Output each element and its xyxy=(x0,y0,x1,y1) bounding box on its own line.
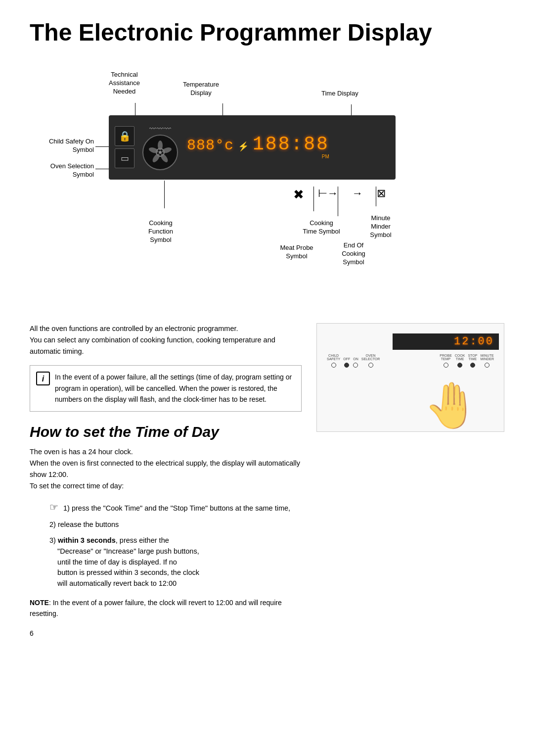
step1-num: 1) xyxy=(63,504,72,512)
section-intro: The oven is has a 24 hour clock. When th… xyxy=(30,446,302,492)
mini-time-display: 12:00 xyxy=(393,333,499,350)
child-safety-icon: 🔒 xyxy=(115,126,134,146)
left-btn-group: CHILDSAFETY OFF ON xyxy=(327,354,380,368)
time-display: 188:88 xyxy=(253,135,329,154)
page-title: The Electronic Programmer Display xyxy=(30,20,504,46)
step1-text: press the "Cook Time" and the "Stop Time… xyxy=(72,504,290,512)
cooking-function-symbol: ✖ xyxy=(293,187,304,202)
bottom-symbols-row: ✖ ⊢→ → ⊠ xyxy=(109,187,396,202)
cooking-time-symbol: ⊢→ xyxy=(318,187,338,202)
note-bold: NOTE xyxy=(30,599,49,607)
note-text: NOTE: In the event of a power failure, t… xyxy=(30,597,302,619)
probe-dots xyxy=(444,363,448,368)
child-safety-btn: CHILDSAFETY xyxy=(327,354,340,368)
label-technical-assistance: TechnicalAssistanceNeeded xyxy=(109,71,140,96)
label-child-safety: Child Safety OnSymbol xyxy=(44,138,94,154)
display-panel: 🔒 ▭ 〰〰〰 xyxy=(109,115,396,180)
info-box: i In the event of a power failure, all t… xyxy=(30,365,302,411)
fan-icon xyxy=(142,135,178,170)
oven-selector-btn: OVENSELECTOR xyxy=(361,354,380,368)
page-number: 6 xyxy=(30,629,302,637)
fan-display: 〰〰〰 xyxy=(140,125,180,170)
label-minute-minder: MinuteMinderSymbol xyxy=(356,214,405,239)
minder-dots xyxy=(485,363,490,368)
mini-buttons-row: CHILDSAFETY OFF ON xyxy=(322,354,499,368)
step2-num: 2) xyxy=(49,520,58,528)
label-meat-probe: Meat ProbeSymbol xyxy=(272,244,321,261)
child-dots xyxy=(331,363,336,368)
step1-icon: ☞ xyxy=(49,500,58,515)
label-end-of-cooking: End OfCookingSymbol xyxy=(326,241,381,267)
off-btn: OFF xyxy=(343,357,350,368)
step-1: ☞ 1) press the "Cook Time" and the "Stop… xyxy=(49,500,302,515)
section-title: How to set the Time of Day xyxy=(30,424,302,440)
cook-time-btn: COOKTIME xyxy=(455,354,465,368)
panel-left-column: 🔒 ▭ xyxy=(115,126,136,168)
step-2: 2) release the buttons xyxy=(49,520,302,530)
label-temperature-display: TemperatureDisplay xyxy=(183,81,219,97)
right-btn-group: PROBETEMP COOKTIME STOPTIME xyxy=(440,354,494,368)
hand-illustration: 🤚 xyxy=(424,379,479,431)
svg-point-6 xyxy=(148,146,159,154)
pm-label: PM xyxy=(322,154,329,159)
panel-display-numbers: 888°c ⚡ 188:88 PM xyxy=(184,135,390,159)
main-text: All the oven functions are controlled by… xyxy=(30,323,302,637)
step3-num: 3) xyxy=(49,536,58,544)
mini-control-panel: 12:00 CHILDSAFETY OFF xyxy=(322,333,499,368)
prose-para1: All the oven functions are controlled by… xyxy=(30,323,302,358)
step-3: 3) within 3 seconds, press either the "D… xyxy=(49,535,302,589)
fan-svg xyxy=(147,140,173,165)
step3-bold: within 3 seconds xyxy=(58,536,116,544)
diagram-area: TechnicalAssistanceNeeded TemperatureDis… xyxy=(30,66,504,303)
minute-minder-symbol: ⊠ xyxy=(377,187,386,202)
step2-text: release the buttons xyxy=(58,520,119,528)
temp-display: 888°c xyxy=(187,138,234,153)
minute-minder-btn: MINUTEMINDER xyxy=(480,354,494,368)
info-icon: i xyxy=(36,372,50,385)
on-btn: ON xyxy=(353,357,358,368)
label-cooking-function: CookingFunctionSymbol xyxy=(136,219,185,244)
label-oven-selection: Oven SelectionSymbol xyxy=(44,162,94,179)
content-area: All the oven functions are controlled by… xyxy=(30,323,504,637)
svg-point-1 xyxy=(159,151,162,154)
oven-illustration: 12:00 CHILDSAFETY OFF xyxy=(316,323,504,432)
svg-point-2 xyxy=(158,141,163,150)
end-cooking-symbol: → xyxy=(352,187,363,202)
off-dots xyxy=(344,363,349,368)
selector-dots xyxy=(368,363,373,368)
label-cooking-time: CookingTime Symbol xyxy=(297,219,346,236)
cook-dots xyxy=(457,363,462,368)
label-time-display: Time Display xyxy=(321,90,358,98)
oven-selection-icon: ▭ xyxy=(115,148,134,168)
probe-icon: ⚡ xyxy=(238,141,249,152)
stop-dots xyxy=(470,363,475,368)
svg-point-3 xyxy=(161,146,172,154)
on-dots xyxy=(353,363,358,368)
steps-list: ☞ 1) press the "Cook Time" and the "Stop… xyxy=(30,500,302,589)
stop-time-btn: STOPTIME xyxy=(468,354,477,368)
probe-temp-btn: PROBETEMP xyxy=(440,354,452,368)
